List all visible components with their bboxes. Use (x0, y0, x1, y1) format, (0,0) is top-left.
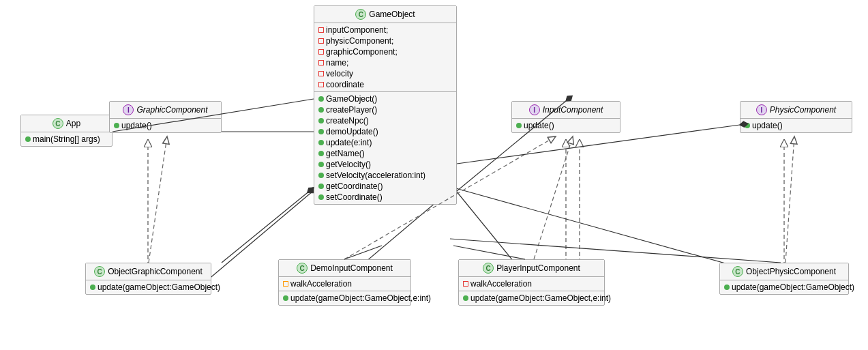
game-object-header: C GameObject (314, 6, 456, 23)
svg-line-14 (222, 188, 314, 263)
physic-component-badge: I (756, 104, 767, 115)
input-component-title: InputComponent (543, 105, 603, 115)
gc-method-label-1: update() (121, 121, 152, 130)
demo-input-component-badge: C (297, 263, 308, 274)
graphic-component-box: I GraphicComponent update() (109, 101, 222, 133)
player-input-component-methods: update(gameObject:GameObject,e:int) (459, 291, 604, 305)
app-methods: main(String[] args) (21, 132, 112, 146)
obj-graphic-component-badge: C (94, 266, 105, 277)
obj-graphic-component-header: C ObjectGraphicComponent (86, 263, 211, 280)
game-object-methods: GameObject() createPlayer() createNpc() … (314, 92, 456, 204)
diagram-container: C App main(String[] args) I GraphicCompo… (0, 0, 868, 350)
graphic-component-methods: update() (110, 119, 221, 132)
graphic-component-badge: I (123, 104, 134, 115)
svg-line-17 (453, 246, 525, 259)
app-method-icon-1 (25, 136, 31, 142)
app-title: App (66, 119, 80, 128)
demo-input-component-fields: walkAcceleration (279, 277, 410, 291)
graphic-component-header: I GraphicComponent (110, 102, 221, 119)
svg-line-13 (785, 136, 794, 263)
demo-input-component-box: C DemoInputComponent walkAcceleration up… (278, 259, 411, 306)
demo-input-component-header: C DemoInputComponent (279, 260, 410, 277)
player-input-component-badge: C (483, 263, 494, 274)
game-object-box: C GameObject inputComponent; physicCompo… (314, 5, 457, 205)
input-component-methods: update() (512, 119, 620, 132)
graphic-component-title: GraphicComponent (136, 105, 207, 115)
svg-line-12 (534, 136, 573, 259)
player-input-component-box: C PlayerInputComponent walkAcceleration … (458, 259, 605, 306)
obj-physic-component-methods: update(gameObject:GameObject) (720, 280, 848, 294)
demo-input-component-methods: update(gameObject:GameObject,e:int) (279, 291, 410, 305)
app-method-label-1: main(String[] args) (33, 134, 100, 144)
obj-physic-component-box: C ObjectPhysicComponent update(gameObjec… (719, 263, 849, 295)
player-input-component-title: PlayerInputComponent (496, 263, 580, 273)
obj-physic-component-badge: C (732, 266, 743, 277)
obj-graphic-component-methods: update(gameObject:GameObject) (86, 280, 211, 294)
svg-line-16 (344, 246, 382, 259)
svg-line-10 (149, 136, 167, 263)
app-header: C App (21, 115, 112, 132)
app-method-1: main(String[] args) (25, 134, 108, 145)
player-input-component-fields: walkAcceleration (459, 277, 604, 291)
physic-component-box: I PhysicComponent update() (740, 101, 852, 133)
obj-physic-component-title: ObjectPhysicComponent (746, 267, 836, 276)
player-input-component-header: C PlayerInputComponent (459, 260, 604, 277)
input-component-box: I InputComponent update() (511, 101, 620, 133)
obj-graphic-component-title: ObjectGraphicComponent (108, 267, 203, 276)
game-object-badge: C (355, 9, 366, 20)
game-object-fields: inputComponent; physicComponent; graphic… (314, 23, 456, 92)
game-object-title: GameObject (369, 10, 415, 19)
physic-component-header: I PhysicComponent (740, 102, 852, 119)
gc-method-icon-1 (114, 123, 119, 128)
physic-component-title: PhysicComponent (770, 105, 836, 115)
app-box: C App main(String[] args) (20, 115, 113, 147)
physic-component-methods: update() (740, 119, 852, 132)
velocity-field: velocity (326, 69, 353, 78)
obj-graphic-component-box: C ObjectGraphicComponent update(gameObje… (85, 263, 211, 295)
obj-physic-component-header: C ObjectPhysicComponent (720, 263, 848, 280)
input-component-header: I InputComponent (512, 102, 620, 119)
input-component-badge: I (529, 104, 540, 115)
demo-input-component-title: DemoInputComponent (310, 263, 393, 273)
app-badge: C (53, 118, 63, 129)
gc-method-1: update() (114, 120, 217, 131)
